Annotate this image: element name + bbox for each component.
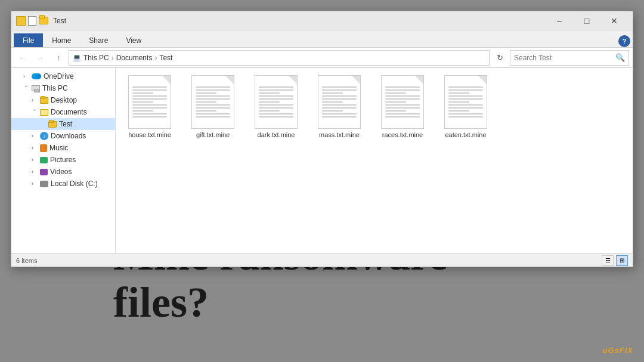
path-computer-icon: 💻 bbox=[73, 54, 81, 61]
sidebar-item-downloads[interactable]: › ↓ Downloads bbox=[11, 130, 115, 142]
explorer-window: Test – □ ✕ File Home Share View ? ← → ↑ … bbox=[11, 11, 633, 267]
sidebar-item-test[interactable]: Test bbox=[11, 118, 115, 130]
file-name: dark.txt.mine bbox=[258, 131, 295, 138]
document-icon bbox=[28, 16, 36, 26]
sidebar-label-downloads: Downloads bbox=[51, 132, 86, 140]
downloads-icon: ↓ bbox=[40, 132, 48, 140]
quick-access-icon bbox=[16, 16, 26, 26]
file-item[interactable]: gift.txt.mine bbox=[186, 75, 240, 138]
tab-view[interactable]: View bbox=[117, 33, 150, 47]
overlay-line3: files? bbox=[113, 279, 448, 326]
chevron-icon: › bbox=[32, 157, 38, 163]
ribbon: File Home Share View ? bbox=[11, 30, 633, 48]
file-fold bbox=[415, 76, 423, 84]
sidebar-item-desktop[interactable]: › Desktop bbox=[11, 94, 115, 106]
file-item[interactable]: house.txt.mine bbox=[123, 75, 177, 138]
maximize-button[interactable]: □ bbox=[573, 11, 600, 30]
path-thispc[interactable]: This PC bbox=[83, 54, 109, 62]
folder-icon bbox=[40, 97, 48, 104]
sidebar-item-pictures[interactable]: › Pictures bbox=[11, 154, 115, 166]
folder-title-icon bbox=[39, 17, 48, 24]
file-icon bbox=[381, 75, 424, 129]
chevron-icon: › bbox=[32, 169, 38, 175]
chevron-icon: › bbox=[32, 97, 38, 103]
window-title: Test bbox=[53, 17, 66, 25]
sidebar: › OneDrive › This PC › Desktop › Documen… bbox=[11, 68, 116, 253]
file-fold bbox=[478, 76, 487, 84]
path-documents[interactable]: Documents bbox=[116, 54, 153, 62]
main-area: › OneDrive › This PC › Desktop › Documen… bbox=[11, 68, 633, 253]
file-fold bbox=[352, 76, 360, 84]
sidebar-label-pictures: Pictures bbox=[50, 156, 76, 164]
file-name: races.txt.mine bbox=[382, 131, 423, 138]
minimize-button[interactable]: – bbox=[546, 11, 573, 30]
sidebar-label-test: Test bbox=[59, 120, 72, 128]
sidebar-item-onedrive[interactable]: › OneDrive bbox=[11, 70, 115, 82]
folder-icon bbox=[40, 109, 48, 116]
pictures-icon bbox=[40, 157, 48, 163]
sidebar-item-music[interactable]: › Music bbox=[11, 142, 115, 154]
search-box: 🔍 bbox=[510, 50, 629, 66]
search-icon: 🔍 bbox=[615, 53, 625, 62]
file-item[interactable]: dark.txt.mine bbox=[249, 75, 303, 138]
watermark-prefix: uGs bbox=[602, 346, 619, 355]
tab-home[interactable]: Home bbox=[43, 33, 80, 47]
drive-icon bbox=[40, 181, 48, 187]
forward-button[interactable]: → bbox=[33, 50, 48, 66]
file-item[interactable]: races.txt.mine bbox=[376, 75, 429, 138]
sidebar-label-documents: Documents bbox=[51, 108, 87, 116]
file-icon bbox=[128, 75, 171, 129]
file-icon bbox=[255, 75, 298, 129]
watermark-suffix: FIX bbox=[620, 346, 633, 355]
status-bar: 6 items ☰ ⊞ bbox=[11, 253, 633, 267]
file-fold bbox=[162, 76, 171, 84]
file-name: mass.txt.mine bbox=[319, 131, 360, 138]
chevron-icon: › bbox=[32, 145, 38, 151]
grid-view-button[interactable]: ⊞ bbox=[616, 255, 628, 266]
file-icon bbox=[191, 75, 234, 129]
videos-icon bbox=[40, 169, 48, 175]
sidebar-item-documents[interactable]: › Documents bbox=[11, 106, 115, 118]
refresh-button[interactable]: ↻ bbox=[492, 50, 507, 66]
file-icon bbox=[444, 75, 487, 129]
sidebar-item-videos[interactable]: › Videos bbox=[11, 166, 115, 178]
file-icon bbox=[318, 75, 361, 129]
title-bar: Test – □ ✕ bbox=[11, 11, 633, 30]
sidebar-label-localdisk: Local Disk (C:) bbox=[51, 180, 98, 188]
sidebar-item-thispc[interactable]: › This PC bbox=[11, 82, 115, 94]
files-grid: house.txt.minegift.txt.minedark.txt.mine… bbox=[123, 75, 626, 138]
onedrive-icon bbox=[32, 73, 41, 79]
tab-file[interactable]: File bbox=[14, 33, 43, 47]
file-item[interactable]: eaten.txt.mine bbox=[439, 75, 493, 138]
back-button[interactable]: ← bbox=[15, 50, 30, 66]
chevron-icon: › bbox=[23, 85, 29, 91]
close-button[interactable]: ✕ bbox=[600, 11, 628, 30]
sidebar-label-music: Music bbox=[49, 144, 68, 152]
tab-share[interactable]: Share bbox=[80, 33, 117, 47]
sidebar-label-videos: Videos bbox=[50, 168, 72, 176]
list-view-button[interactable]: ☰ bbox=[602, 255, 614, 266]
path-test[interactable]: Test bbox=[159, 54, 172, 62]
sidebar-item-localdisk[interactable]: › Local Disk (C:) bbox=[11, 178, 115, 190]
file-name: eaten.txt.mine bbox=[445, 131, 486, 138]
title-icons bbox=[16, 16, 48, 26]
file-item[interactable]: mass.txt.mine bbox=[312, 75, 366, 138]
path-sep1: › bbox=[112, 54, 114, 62]
view-controls: ☰ ⊞ bbox=[602, 255, 628, 266]
sidebar-label-onedrive: OneDrive bbox=[44, 72, 74, 81]
address-path[interactable]: 💻 This PC › Documents › Test bbox=[69, 50, 490, 66]
chevron-icon: › bbox=[32, 109, 38, 115]
sidebar-label-thispc: This PC bbox=[42, 84, 68, 92]
address-bar: ← → ↑ 💻 This PC › Documents › Test ↻ 🔍 bbox=[11, 48, 633, 68]
watermark: uGsFIX bbox=[602, 346, 633, 355]
up-button[interactable]: ↑ bbox=[51, 50, 66, 66]
search-input[interactable] bbox=[514, 54, 613, 62]
file-fold bbox=[289, 76, 297, 84]
file-name: gift.txt.mine bbox=[196, 131, 230, 138]
help-button[interactable]: ? bbox=[618, 35, 630, 47]
chevron-icon: › bbox=[32, 181, 38, 187]
chevron-icon: › bbox=[32, 133, 38, 139]
computer-icon bbox=[32, 85, 40, 91]
music-icon bbox=[40, 144, 47, 152]
file-fold bbox=[225, 76, 234, 84]
